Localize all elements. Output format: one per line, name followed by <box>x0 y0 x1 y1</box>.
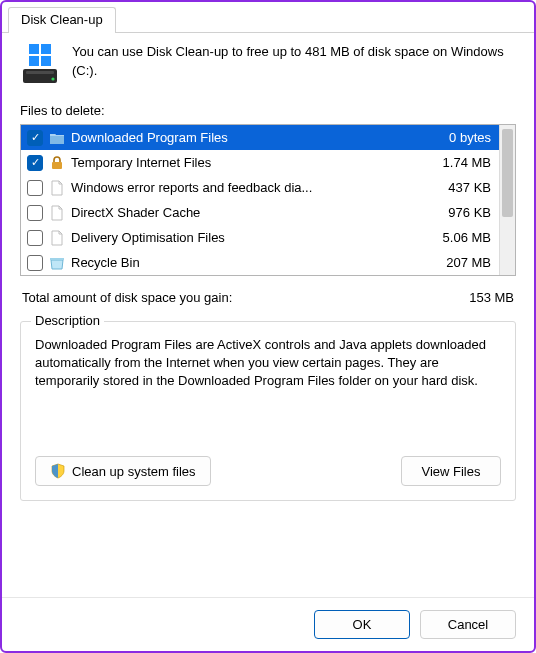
list-item[interactable]: DirectX Shader Cache976 KB <box>21 200 499 225</box>
svg-rect-2 <box>29 56 39 66</box>
checkbox[interactable]: ✓ <box>27 155 43 171</box>
list-item[interactable]: ✓Temporary Internet Files1.74 MB <box>21 150 499 175</box>
scrollbar-thumb[interactable] <box>502 129 513 217</box>
checkbox[interactable]: ✓ <box>27 130 43 146</box>
item-label: Downloaded Program Files <box>71 130 421 145</box>
item-label: Delivery Optimisation Files <box>71 230 421 245</box>
intro-icons <box>20 43 60 83</box>
recycle-icon <box>49 255 65 271</box>
drive-icon <box>23 69 57 83</box>
list-item[interactable]: ✓Downloaded Program Files0 bytes <box>21 125 499 150</box>
lock-icon <box>49 155 65 171</box>
ok-button[interactable]: OK <box>314 610 410 639</box>
description-legend: Description <box>31 313 104 328</box>
group-buttons-row: Clean up system files View Files <box>35 456 501 486</box>
tab-strip: Disk Clean-up <box>2 6 534 33</box>
file-icon <box>49 180 65 196</box>
svg-rect-5 <box>26 71 54 74</box>
scrollbar[interactable] <box>499 125 515 275</box>
item-label: Temporary Internet Files <box>71 155 421 170</box>
item-size: 976 KB <box>427 205 491 220</box>
checkbox[interactable] <box>27 205 43 221</box>
item-label: DirectX Shader Cache <box>71 205 421 220</box>
checkbox[interactable] <box>27 255 43 271</box>
disk-cleanup-window: Disk Clean-up You can use Disk Clean-up … <box>0 0 536 653</box>
cleanup-system-files-button[interactable]: Clean up system files <box>35 456 211 486</box>
view-files-button[interactable]: View Files <box>401 456 501 486</box>
item-label: Windows error reports and feedback dia..… <box>71 180 421 195</box>
item-size: 1.74 MB <box>427 155 491 170</box>
svg-rect-7 <box>52 162 62 169</box>
tab-disk-cleanup[interactable]: Disk Clean-up <box>8 7 116 33</box>
description-group: Description Downloaded Program Files are… <box>20 321 516 501</box>
file-icon <box>49 230 65 246</box>
svg-point-6 <box>51 77 54 80</box>
file-icon <box>49 205 65 221</box>
svg-rect-0 <box>29 44 39 54</box>
checkbox[interactable] <box>27 180 43 196</box>
total-label: Total amount of disk space you gain: <box>22 290 469 305</box>
list-item[interactable]: Delivery Optimisation Files5.06 MB <box>21 225 499 250</box>
folder-icon <box>49 130 65 146</box>
cleanup-system-files-label: Clean up system files <box>72 464 196 479</box>
list-item[interactable]: Windows error reports and feedback dia..… <box>21 175 499 200</box>
total-value: 153 MB <box>469 290 514 305</box>
intro-text: You can use Disk Clean-up to free up to … <box>72 43 516 83</box>
svg-rect-3 <box>41 56 51 66</box>
view-files-label: View Files <box>421 464 480 479</box>
cancel-label: Cancel <box>448 617 488 632</box>
bottom-button-bar: OK Cancel <box>2 597 534 651</box>
list-item[interactable]: Recycle Bin207 MB <box>21 250 499 275</box>
intro-row: You can use Disk Clean-up to free up to … <box>20 43 516 83</box>
item-label: Recycle Bin <box>71 255 421 270</box>
windows-logo-icon <box>28 43 52 67</box>
item-size: 5.06 MB <box>427 230 491 245</box>
shield-icon <box>50 463 66 479</box>
svg-rect-1 <box>41 44 51 54</box>
svg-rect-8 <box>50 258 64 260</box>
files-list[interactable]: ✓Downloaded Program Files0 bytes✓Tempora… <box>21 125 499 275</box>
tab-label: Disk Clean-up <box>21 12 103 27</box>
cancel-button[interactable]: Cancel <box>420 610 516 639</box>
files-to-delete-label: Files to delete: <box>20 103 516 118</box>
total-line: Total amount of disk space you gain: 153… <box>22 290 514 305</box>
item-size: 437 KB <box>427 180 491 195</box>
ok-label: OK <box>353 617 372 632</box>
content-area: You can use Disk Clean-up to free up to … <box>2 33 534 597</box>
checkbox[interactable] <box>27 230 43 246</box>
item-size: 207 MB <box>427 255 491 270</box>
description-text: Downloaded Program Files are ActiveX con… <box>35 336 501 428</box>
item-size: 0 bytes <box>427 130 491 145</box>
files-listbox: ✓Downloaded Program Files0 bytes✓Tempora… <box>20 124 516 276</box>
